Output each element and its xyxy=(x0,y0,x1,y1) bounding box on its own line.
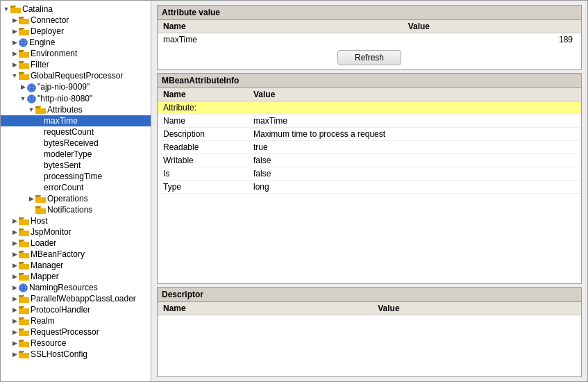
tree-label-resource: Resource xyxy=(31,338,66,348)
tree-item-requestcount[interactable]: requestCount xyxy=(1,126,151,138)
mbean-name-cell: Type xyxy=(158,181,248,194)
mbean-name-cell: Name xyxy=(158,115,248,128)
globe-icon xyxy=(27,82,37,92)
tree-item-requestprocessor[interactable]: RequestProcessor xyxy=(1,326,151,338)
tree-item-engine[interactable]: Engine xyxy=(1,37,151,48)
tree-label-http-nio-8080: "http-nio-8080" xyxy=(37,94,92,103)
table-row: DescriptionMaximum time to process a req… xyxy=(158,128,581,141)
tree-item-processingtime[interactable]: processingTime xyxy=(1,171,151,182)
attribute-value-title: Attribute value xyxy=(158,6,581,20)
tree-item-deployer[interactable]: Deployer xyxy=(1,26,151,37)
tree-label-realm: Realm xyxy=(31,316,55,326)
tree-item-operations[interactable]: Operations xyxy=(1,193,151,204)
descriptor-section: Descriptor Name Value xyxy=(157,287,582,377)
tree-label-parallelwebappclassloader: ParallelWebappClassLoader xyxy=(31,294,136,304)
tree-toggle-environment xyxy=(10,49,19,58)
tree-item-environment[interactable]: Environment xyxy=(1,48,151,59)
tree-item-parallelwebappclassloader[interactable]: ParallelWebappClassLoader xyxy=(1,293,151,304)
tree-item-jspmonitor[interactable]: JspMonitor xyxy=(1,226,151,238)
tree-item-errorcount[interactable]: errorCount xyxy=(1,182,151,193)
tree-label-operations: Operations xyxy=(47,194,88,204)
table-row: Attribute: xyxy=(158,101,581,115)
tree-item-sslhostconfig[interactable]: SSLHostConfig xyxy=(1,349,151,360)
tree-label-requestcount: requestCount xyxy=(44,127,94,137)
table-row: maxTime189 xyxy=(158,33,581,47)
tree-item-connector[interactable]: Connector xyxy=(1,15,151,26)
tree-toggle-jspmonitor xyxy=(10,228,19,236)
tree-item-mapper[interactable]: Mapper xyxy=(1,271,151,282)
tree-label-notifications: Notifications xyxy=(47,205,92,215)
tree-item-globalrequestprocessor[interactable]: GlobalRequestProcessor xyxy=(1,70,151,81)
tree-item-catalina[interactable]: Catalina xyxy=(1,3,151,15)
tree-toggle-filter xyxy=(10,60,19,69)
tree-item-host[interactable]: Host xyxy=(1,215,151,226)
tree-toggle-resource xyxy=(10,339,19,347)
tree-toggle-globalrequestprocessor xyxy=(10,72,19,80)
folder-icon xyxy=(19,305,31,315)
tree-label-loader: Loader xyxy=(31,238,56,248)
mbean-name-cell: Writable xyxy=(158,154,248,167)
tree-label-requestprocessor: RequestProcessor xyxy=(31,327,99,337)
tree-toggle-host xyxy=(10,217,19,225)
tree-item-modelertype[interactable]: modelerType xyxy=(1,149,151,160)
folder-icon xyxy=(19,15,31,25)
folder-icon xyxy=(19,238,31,248)
tree-item-filter[interactable]: Filter xyxy=(1,59,151,70)
tree-item-ajp-nio-9009[interactable]: "ajp-nio-9009" xyxy=(1,81,151,92)
folder-icon xyxy=(19,249,31,259)
folder-icon xyxy=(19,60,31,69)
tree-item-maxtime[interactable]: maxTime xyxy=(1,115,151,126)
folder-icon xyxy=(35,105,47,115)
mbean-title: MBeanAttributeInfo xyxy=(158,74,581,88)
folder-icon xyxy=(19,227,31,237)
tree-item-mbeanfactory[interactable]: MBeanFactory xyxy=(1,249,151,260)
refresh-button[interactable]: Refresh xyxy=(337,50,401,65)
tree-label-attributes: Attributes xyxy=(47,105,83,115)
attr-value-header: Value xyxy=(403,20,581,33)
folder-icon xyxy=(19,349,31,359)
globe-icon xyxy=(19,283,29,292)
tree-label-connector: Connector xyxy=(31,15,69,25)
tree-item-protocolhandler[interactable]: ProtocolHandler xyxy=(1,304,151,315)
tree-label-filter: Filter xyxy=(31,60,49,69)
tree-item-realm[interactable]: Realm xyxy=(1,315,151,326)
attr-value-cell: 189 xyxy=(403,33,581,47)
tree-item-bytessent[interactable]: bytesSent xyxy=(1,160,151,171)
tree-toggle-manager xyxy=(10,261,19,269)
tree-toggle-ajp-nio-9009 xyxy=(19,83,27,91)
table-row: NamemaxTime xyxy=(158,115,581,128)
tree-item-manager[interactable]: Manager xyxy=(1,260,151,271)
tree-label-sslhostconfig: SSLHostConfig xyxy=(31,349,87,359)
tree-item-resource[interactable]: Resource xyxy=(1,338,151,349)
folder-icon xyxy=(19,316,31,326)
mbean-value-cell: false xyxy=(248,154,581,167)
tree-label-catalina: Catalina xyxy=(22,4,53,14)
tree-label-deployer: Deployer xyxy=(31,26,64,36)
mbean-value-cell: Maximum time to process a request xyxy=(248,128,581,141)
tree-item-attributes[interactable]: Attributes xyxy=(1,104,151,115)
tree-toggle-sslhostconfig xyxy=(10,350,19,358)
mbean-name-cell: Readable xyxy=(158,141,248,154)
attribute-value-section: Attribute value Name Value maxTime189 Re… xyxy=(157,5,582,70)
tree-item-notifications[interactable]: Notifications xyxy=(1,204,151,215)
table-row: Readabletrue xyxy=(158,141,581,154)
mbean-value-cell: true xyxy=(248,141,581,154)
tree-item-loader[interactable]: Loader xyxy=(1,238,151,249)
tree-toggle-parallelwebappclassloader xyxy=(10,294,19,303)
tree-label-jspmonitor: JspMonitor xyxy=(31,227,72,237)
tree-item-http-nio-8080[interactable]: "http-nio-8080" xyxy=(1,93,151,104)
folder-icon xyxy=(19,294,31,304)
right-panel: Attribute value Name Value maxTime189 Re… xyxy=(151,0,588,382)
refresh-row: Refresh xyxy=(158,46,581,69)
mbean-table: Name Value Attribute:NamemaxTimeDescript… xyxy=(158,88,581,194)
tree-label-bytesreceived: bytesReceived xyxy=(44,138,99,148)
tree-toggle-http-nio-8080 xyxy=(19,94,27,103)
tree-toggle-realm xyxy=(10,317,19,325)
tree-item-namingresources[interactable]: NamingResources xyxy=(1,282,151,293)
tree-label-errorcount: errorCount xyxy=(44,183,83,192)
descriptor-value-header: Value xyxy=(372,302,581,315)
tree-item-bytesreceived[interactable]: bytesReceived xyxy=(1,138,151,149)
attribute-value-table: Name Value maxTime189 xyxy=(158,20,581,46)
tree-label-mbeanfactory: MBeanFactory xyxy=(31,249,85,259)
tree-label-mapper: Mapper xyxy=(31,272,59,281)
